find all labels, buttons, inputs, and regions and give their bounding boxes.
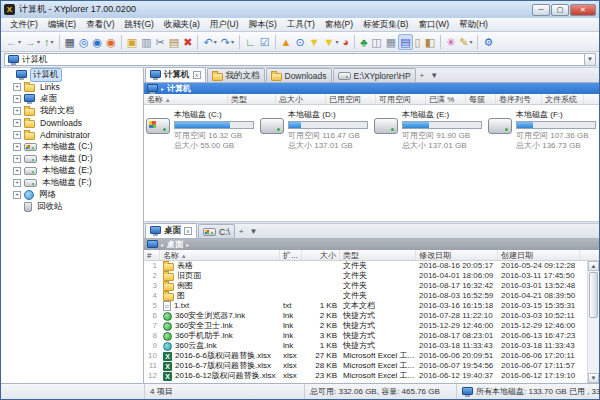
toolbar-home-button[interactable]: ◎: [77, 34, 91, 50]
tab-1[interactable]: C:\: [198, 224, 235, 238]
toolbar-dual-pane-button[interactable]: ◫: [369, 34, 383, 50]
column-header-8[interactable]: 文件系统: [542, 94, 584, 104]
tab-3[interactable]: E:\XYplorer\HP: [333, 68, 416, 82]
tree-item-0[interactable]: +计算机: [1, 69, 143, 81]
tree-item-4[interactable]: +Downloads: [1, 117, 143, 129]
tab-0[interactable]: 计算机x: [145, 67, 206, 82]
column-header-1[interactable]: 类型: [228, 94, 276, 104]
expand-icon[interactable]: +: [13, 107, 21, 115]
table-row[interactable]: 6360安全浏览器7.lnklnk2 KB快捷方式2016-07-28 11:2…: [144, 311, 587, 321]
column-header-3[interactable]: 已用空间: [326, 94, 376, 104]
toolbar-undo-button[interactable]: ↶▾: [201, 34, 218, 50]
tab-0[interactable]: 桌面x: [145, 223, 197, 238]
toolbar-up-button[interactable]: ↑▾: [42, 34, 56, 50]
toolbar-tree-sync-button[interactable]: ∟: [243, 34, 258, 50]
tab-1[interactable]: 我的文档: [207, 68, 265, 82]
column-header-5[interactable]: 修改日期: [416, 250, 498, 260]
column-header-0[interactable]: 名称 ▲: [144, 94, 228, 104]
toolbar-recent-button[interactable]: ◉: [91, 34, 105, 50]
tree-item-5[interactable]: +Administrator: [1, 129, 143, 141]
column-header-0[interactable]: #: [144, 250, 160, 260]
table-row[interactable]: 8360手机助手.lnklnk3 KB快捷方式2016-08-17 08:23:…: [144, 331, 587, 341]
tree-item-7[interactable]: +本地磁盘 (D:): [1, 153, 143, 165]
address-input[interactable]: 计算机: [4, 53, 585, 66]
expand-icon[interactable]: +: [13, 131, 21, 139]
title-bar[interactable]: X 计算机 - XYplorer 17.00.0200 ─ ▢ ✕: [1, 1, 599, 18]
column-header-7[interactable]: 卷序列号: [496, 94, 542, 104]
drive-tile-2[interactable]: 本地磁盘 (E:)可用空间 91.90 GB总大小 137.01 GB: [374, 110, 486, 151]
menu-item-2[interactable]: 查看(V): [81, 19, 119, 31]
tree-item-9[interactable]: +本地磁盘 (F:): [1, 177, 143, 189]
table-row[interactable]: 122016-6-12版权问题替换.xlsxxlsx23 KBMicrosoft…: [144, 371, 587, 381]
table-row[interactable]: 9360云盘.lnklnk1 KB快捷方式2016-03-18 11:33:43…: [144, 341, 587, 351]
table-row[interactable]: 112016-6-7版权问题替换.xlsxxlsx28 KBMicrosoft …: [144, 361, 587, 371]
toolbar-go-button[interactable]: ◉: [104, 34, 118, 50]
breadcrumb-item[interactable]: 计算机: [167, 83, 191, 94]
expand-icon[interactable]: +: [13, 83, 21, 91]
menu-item-7[interactable]: 工具(T): [282, 19, 320, 31]
column-header-4[interactable]: 可用空间: [376, 94, 426, 104]
expand-icon[interactable]: +: [13, 155, 21, 163]
column-header-2[interactable]: 总大小: [276, 94, 326, 104]
toolbar-color-filters-button[interactable]: ✳: [444, 34, 457, 50]
column-header-3[interactable]: 大小: [302, 250, 340, 260]
menu-item-6[interactable]: 脚本(S): [244, 19, 282, 31]
menu-item-9[interactable]: 标签页集(B): [358, 19, 413, 31]
top-breadcrumb[interactable]: ▸ 计算机: [144, 83, 599, 94]
menu-item-1[interactable]: 编辑(E): [43, 19, 81, 31]
table-row[interactable]: 51.txttxt1 KB文本文档2016-03-16 16:15:182016…: [144, 301, 587, 311]
toolbar-new-folder-button[interactable]: ▣: [125, 34, 139, 50]
toolbar-folder-tree-button[interactable]: ♣: [358, 34, 369, 50]
toolbar-view-computer-button[interactable]: ▦: [63, 34, 77, 50]
scroll-up-icon[interactable]: ▲: [588, 261, 599, 271]
menu-item-8[interactable]: 窗格(P): [320, 19, 358, 31]
tab-list-icon[interactable]: ▼: [247, 227, 261, 236]
drive-tile-0[interactable]: 本地磁盘 (C:)可用空间 16.32 GB总大小 55.00 GB: [146, 110, 258, 151]
tab-close-icon[interactable]: x: [193, 71, 201, 79]
new-tab-button[interactable]: +: [236, 227, 247, 236]
table-row[interactable]: 102016-6-6版权问题替换.xlsxxlsx27 KBMicrosoft …: [144, 351, 587, 361]
toolbar-checkbox-mode-button[interactable]: ☑: [258, 34, 272, 50]
column-header-6[interactable]: 创建日期: [498, 250, 580, 260]
toolbar-cleanup-button[interactable]: ✎▾: [457, 34, 474, 50]
expand-icon[interactable]: +: [13, 119, 21, 127]
menu-item-10[interactable]: 窗口(W): [413, 19, 454, 31]
toolbar-search-button[interactable]: ⊙: [293, 34, 306, 50]
menu-item-4[interactable]: 收藏夹(a): [159, 19, 205, 31]
column-header-6[interactable]: 每簇: [466, 94, 496, 104]
column-header-5[interactable]: 已满 %: [426, 94, 466, 104]
tab-list-icon[interactable]: ▼: [427, 71, 441, 80]
scroll-down-icon[interactable]: ▼: [588, 373, 599, 383]
toolbar-copy-button[interactable]: ▥: [139, 34, 153, 50]
menu-item-5[interactable]: 用户(U): [205, 19, 244, 31]
toolbar-statistics-button[interactable]: ◕: [340, 34, 351, 50]
toolbar-thumbnails-button[interactable]: ▦: [384, 34, 398, 50]
column-header-2[interactable]: 扩...: [280, 250, 302, 260]
toolbar-delete-button[interactable]: ✖: [181, 34, 194, 50]
expand-icon[interactable]: +: [13, 179, 21, 187]
tab-close-icon[interactable]: x: [184, 227, 192, 235]
toolbar-preview-pane-button[interactable]: ▯: [413, 34, 423, 50]
tree-item-11[interactable]: +回收站: [1, 201, 143, 213]
maximize-button[interactable]: ▢: [551, 4, 569, 16]
minimize-button[interactable]: ─: [532, 4, 550, 16]
toolbar-filter-button[interactable]: ▼: [307, 34, 322, 50]
table-row[interactable]: 1表格文件夹2016-08-16 20:05:172016-05-24 09:1…: [144, 261, 587, 271]
tree-item-1[interactable]: +Links: [1, 81, 143, 93]
bottom-breadcrumb[interactable]: ▸ 桌面 ▸: [144, 239, 599, 250]
toolbar-cut-button[interactable]: ✂: [154, 34, 167, 50]
toolbar-configuration-button[interactable]: ⚙: [481, 34, 495, 50]
tree-item-2[interactable]: +桌面: [1, 93, 143, 105]
table-row[interactable]: 2旧页面文件夹2016-04-01 18:06:092016-03-11 17:…: [144, 271, 587, 281]
drive-tile-3[interactable]: 本地磁盘 (F:)可用空间 107.36 GB总大小 136.73 GB: [488, 110, 600, 151]
address-dropdown-icon[interactable]: ▼: [585, 53, 596, 66]
table-row[interactable]: 4图文件夹2016-08-03 16:52:592016-04-21 08:39…: [144, 291, 587, 301]
toolbar-paste-button[interactable]: ▤: [167, 34, 181, 50]
close-button[interactable]: ✕: [570, 4, 596, 16]
scrollbar-thumb[interactable]: [589, 272, 598, 318]
tree-item-3[interactable]: +我的文档: [1, 105, 143, 117]
tab-2[interactable]: Downloads: [266, 68, 332, 82]
breadcrumb-item[interactable]: 桌面: [167, 239, 183, 250]
menu-item-11[interactable]: 帮助(H): [454, 19, 493, 31]
menu-item-3[interactable]: 跳转(G): [120, 19, 159, 31]
